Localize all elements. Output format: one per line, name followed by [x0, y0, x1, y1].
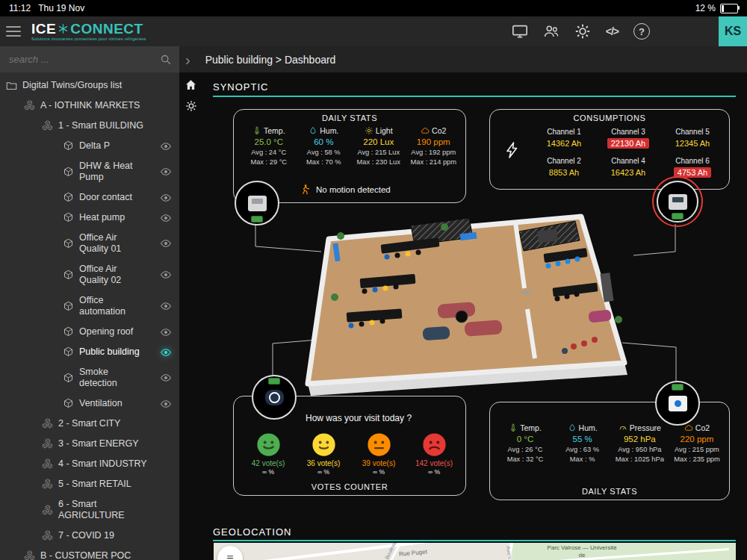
air-quality-device-icon[interactable]: [235, 181, 279, 225]
sidebar-item-label: Smoke detection: [79, 367, 143, 389]
votes-question: How was your visit today ?: [306, 413, 412, 423]
home-icon[interactable]: [185, 78, 197, 91]
eye-icon[interactable]: [160, 166, 172, 178]
metric-humidity: Hum. 55 % Avg : 63 % Max : %: [555, 423, 610, 464]
sidebar-item-device[interactable]: Office Air Quality 01: [0, 228, 179, 259]
sidebar-item-group[interactable]: 2 - Smart CITY: [0, 414, 179, 434]
vote-percent: ∞ %: [243, 468, 294, 476]
channel-value: 14362 Ah: [547, 139, 582, 148]
users-icon[interactable]: [543, 23, 560, 40]
channel-label: Channel 2: [532, 157, 596, 165]
sidebar-item-group[interactable]: 1 - Smart BUILDING: [0, 116, 179, 136]
sidebar-item-label: Heat pump: [79, 212, 125, 223]
votes-device-icon[interactable]: [252, 375, 297, 420]
snowflake-icon: [58, 23, 69, 34]
metric-pressure: Pressure 952 hPa Avg : 950 hPa Max : 102…: [612, 423, 667, 464]
group-cubes-icon: [24, 100, 35, 111]
sidebar-item-label: 3 - Smart ENERGY: [58, 438, 139, 449]
sidebar-item-device[interactable]: DHW & Heat Pump: [0, 156, 179, 187]
sidebar-item-group[interactable]: 3 - Smart ENERGY: [0, 434, 179, 454]
eye-icon[interactable]: [160, 346, 172, 358]
eye-icon[interactable]: [160, 192, 172, 204]
cube-icon: [63, 398, 74, 409]
sidebar-item-label: Office automation: [79, 295, 143, 317]
sidebar-item-device[interactable]: Office automation: [0, 290, 179, 322]
synoptic-section-title: SYNOPTIC: [213, 81, 268, 93]
sidebar-item-device[interactable]: Smoke detection: [0, 362, 179, 393]
sidebar-item-group[interactable]: A - IOTHINK MARKETS: [0, 96, 179, 116]
vote-option-sad: 142 vote(s) ∞ %: [409, 432, 459, 476]
vote-option-neutral: 39 vote(s) ∞ %: [353, 432, 404, 476]
battery-status-pill: [672, 384, 684, 391]
metric-value: 220 ppm: [669, 435, 725, 444]
logo-tagline: Solutions innovantes connectées pour vit…: [31, 37, 146, 42]
sidebar-item-label: Office Air Quality 02: [79, 264, 143, 286]
code-icon[interactable]: </>: [606, 25, 619, 37]
weather-station-device-icon[interactable]: [655, 381, 700, 426]
settings-gear-icon[interactable]: [185, 100, 197, 112]
sidebar-item-label: 1 - Smart BUILDING: [58, 120, 143, 131]
sidebar-item-device[interactable]: Office Air Quality 02: [0, 259, 179, 290]
battery-status-pill: [268, 378, 280, 385]
eye-icon[interactable]: [160, 372, 172, 384]
sidebar-item-label: Public building: [79, 346, 140, 358]
channel-label: Channel 4: [596, 157, 660, 165]
metric-label: Temp.: [264, 126, 285, 135]
search-input[interactable]: [7, 53, 160, 66]
eye-icon[interactable]: [160, 269, 172, 281]
monitor-icon[interactable]: [512, 23, 528, 40]
sidebar-item-root[interactable]: Digital Twins/Groups list: [0, 75, 179, 96]
geolocation-underline: [213, 540, 736, 541]
vote-option-happy: 42 vote(s) ∞ %: [243, 432, 294, 476]
cloud-icon: [684, 423, 693, 432]
chevron-right-icon[interactable]: ›: [185, 52, 190, 67]
geolocation-map[interactable]: Boulevard Rue Puget Avenue Parc Valrose …: [214, 543, 736, 560]
metric-value: 190 ppm: [406, 137, 462, 146]
breadcrumb-bar: › Public building > Dashboard: [179, 46, 747, 72]
sidebar-item-device-selected[interactable]: Public building: [0, 342, 179, 362]
vote-option-smile: 36 vote(s) ∞ %: [298, 432, 349, 476]
help-icon[interactable]: ?: [633, 23, 650, 40]
eye-icon[interactable]: [160, 326, 172, 338]
sidebar-item-group[interactable]: 7 - COVID 19: [0, 526, 179, 546]
metric-light: Light 220 Lux Avg : 215 Lux Max : 230 Lu…: [351, 126, 406, 167]
cube-icon: [63, 167, 74, 178]
motion-status: No motion detected: [300, 184, 391, 195]
sidebar-item-group[interactable]: 5 - Smart RETAIL: [0, 474, 179, 494]
sidebar-item-group[interactable]: 6 - Smart AGRICULTURE: [0, 494, 179, 526]
app-logo: ICE CONNECT Solutions innovantes connect…: [31, 22, 146, 42]
hamburger-menu-icon[interactable]: [6, 26, 21, 37]
sidebar-item-group[interactable]: 4 - Smart INDUSTRY: [0, 454, 179, 474]
cube-icon: [63, 140, 74, 152]
smiley-smile-icon: [311, 432, 336, 457]
sidebar-item-device[interactable]: Door contact: [0, 187, 179, 208]
cube-icon: [63, 192, 74, 203]
eye-icon[interactable]: [160, 140, 172, 152]
sidebar-item-device[interactable]: Opening roof: [0, 322, 179, 342]
user-avatar[interactable]: KS: [719, 16, 747, 46]
eye-icon[interactable]: [160, 300, 172, 312]
sidebar-item-group[interactable]: B - CUSTOMER POC: [0, 546, 179, 560]
eye-icon[interactable]: [160, 398, 172, 410]
sidebar-item-label: Delta P: [79, 140, 110, 152]
search-icon[interactable]: [160, 54, 172, 66]
sidebar-item-label: 4 - Smart INDUSTRY: [58, 458, 147, 470]
cube-icon: [63, 373, 74, 384]
sidebar-item-device[interactable]: Heat pump: [0, 208, 179, 228]
sidebar-item-device[interactable]: Ventilation: [0, 393, 179, 414]
battery-icon: [720, 4, 738, 13]
metric-avg: Avg : 950 hPa: [612, 445, 667, 455]
group-cubes-icon: [42, 120, 53, 131]
channel-value-alert: 22130 Ah: [607, 138, 650, 149]
eye-icon[interactable]: [160, 212, 172, 224]
eye-icon[interactable]: [160, 237, 172, 249]
metric-max: Max : 235 ppm: [669, 455, 725, 464]
gear-icon[interactable]: [574, 23, 591, 40]
motion-text: No motion detected: [316, 185, 391, 194]
smiley-neutral-icon: [367, 432, 391, 457]
channel-value: 12345 Ah: [675, 139, 710, 148]
sidebar-item-device[interactable]: Delta P: [0, 136, 179, 156]
energy-meter-device-alert[interactable]: [652, 176, 703, 227]
group-cubes-icon: [42, 530, 53, 541]
sidebar-item-label: B - CUSTOMER POC: [40, 550, 131, 560]
